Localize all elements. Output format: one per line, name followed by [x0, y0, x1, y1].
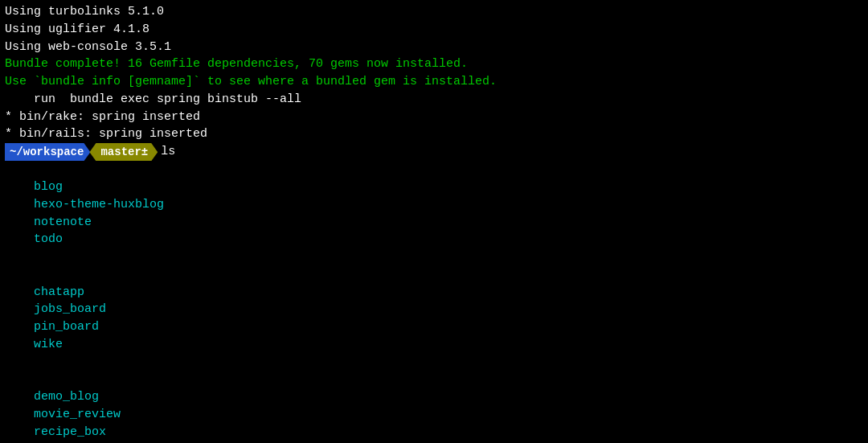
- line-webconsole: Using web-console 3.5.1: [5, 39, 863, 56]
- line-bundle-info: Use `bundle info [gemname]` to see where…: [5, 73, 863, 91]
- ls-row-1: blog hexo-theme-huxblog notenote todo: [5, 161, 863, 266]
- line-run: run bundle exec spring binstub --all: [5, 91, 863, 109]
- line-uglifier: Using uglifier 4.1.8: [5, 21, 863, 39]
- line-binrails: * bin/rails: spring inserted: [5, 125, 863, 143]
- terminal: Using turbolinks 5.1.0 Using uglifier 4.…: [0, 0, 868, 443]
- ls-recipe: recipe_box: [34, 425, 106, 439]
- ls-notenote: notenote: [34, 215, 92, 229]
- ls-pin: pin_board: [34, 320, 99, 334]
- ls-blog: blog: [34, 180, 63, 194]
- ls-todo: todo: [34, 232, 63, 246]
- ls-demoblog: demo_blog: [34, 390, 99, 404]
- line-turbolinks: Using turbolinks 5.1.0: [5, 3, 863, 21]
- prompt-ls-workspace: ~/workspace master± ls: [5, 143, 863, 161]
- ls-row-2: chatapp jobs_board pin_board wike: [5, 266, 863, 371]
- ls-movie: movie_review: [34, 408, 121, 421]
- line-binrake: * bin/rake: spring inserted: [5, 109, 863, 126]
- cmd-1: ls: [161, 143, 175, 161]
- ls-hexo: hexo-theme-huxblog: [34, 198, 164, 211]
- prompt-group-1: ~/workspace master±: [5, 143, 158, 161]
- ls-wike: wike: [34, 338, 63, 351]
- ls-row-3: demo_blog movie_review recipe_box wiki: [5, 371, 863, 443]
- line-bundle-complete: Bundle complete! 16 Gemfile dependencies…: [5, 55, 863, 73]
- ls-jobs: jobs_board: [34, 302, 106, 316]
- ls-chatapp: chatapp: [34, 285, 84, 299]
- badge-git-1: master±: [89, 143, 158, 161]
- badge-path-1: ~/workspace: [5, 143, 90, 161]
